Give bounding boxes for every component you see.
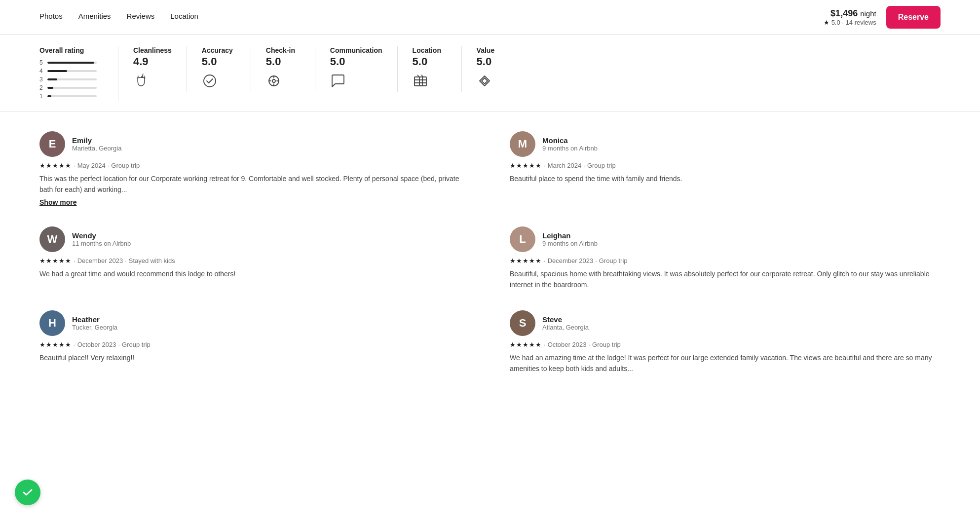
checkin-icon xyxy=(266,73,282,92)
reviewer-sub-leighan: 9 months on Airbnb xyxy=(542,240,598,247)
dot1-emily: · xyxy=(74,162,75,169)
cat-value-accuracy: 5.0 xyxy=(202,55,217,68)
reviewer-name-leighan: Leighan xyxy=(542,231,598,240)
bar-track-3 xyxy=(47,78,97,80)
bar-fill-1 xyxy=(47,95,51,97)
reviewer-header-leighan: L Leighan 9 months on Airbnb xyxy=(510,226,941,252)
review-date-leighan: December 2023 xyxy=(548,257,594,264)
show-more-emily[interactable]: Show more xyxy=(39,198,76,206)
price-unit: night xyxy=(860,9,876,18)
reviewer-name-emily: Emily xyxy=(72,136,121,145)
review-text-leighan: Beautiful, spacious home with breathtaki… xyxy=(510,268,941,291)
dot2-leighan: · xyxy=(595,257,597,264)
stars-leighan: ★★★★★ xyxy=(510,257,542,264)
reviewer-info-leighan: Leighan 9 months on Airbnb xyxy=(542,231,598,247)
nav-link-amenities[interactable]: Amenities xyxy=(78,12,111,22)
dot1-wendy: · xyxy=(74,257,75,264)
reviewer-sub-wendy: 11 months on Airbnb xyxy=(72,240,131,247)
dot2-heather: · xyxy=(118,341,120,348)
cat-value-communication: 5.0 xyxy=(330,55,345,68)
bar-fill-4 xyxy=(47,70,67,72)
avatar-leighan: L xyxy=(510,226,535,252)
trip-type-wendy: Stayed with kids xyxy=(129,257,175,264)
reviewer-name-heather: Heather xyxy=(72,315,117,324)
review-card-steve: S Steve Atlanta, Georgia ★★★★★ · October… xyxy=(510,310,941,374)
nav-link-location[interactable]: Location xyxy=(170,12,198,22)
bar-track-2 xyxy=(47,87,97,89)
cat-value-cleanliness: 4.9 xyxy=(133,55,149,68)
location-icon xyxy=(413,73,428,92)
cleanliness-icon xyxy=(133,73,149,92)
review-card-monica: M Monica 9 months on Airbnb ★★★★★ · Marc… xyxy=(510,131,941,207)
review-card-emily: E Emily Marietta, Georgia ★★★★★ · May 20… xyxy=(39,131,470,207)
trip-type-leighan: Group trip xyxy=(599,257,628,264)
dot1-steve: · xyxy=(544,341,546,348)
rating-bars: 5 4 3 2 1 xyxy=(39,59,103,100)
star-icon: ★ xyxy=(824,19,829,26)
dot2-emily: · xyxy=(108,162,110,169)
stars-wendy: ★★★★★ xyxy=(39,257,72,264)
reviewer-info-wendy: Wendy 11 months on Airbnb xyxy=(72,231,131,247)
review-text-emily: This was the perfect location for our Co… xyxy=(39,173,470,195)
avatar-steve: S xyxy=(510,310,535,336)
cat-label-accuracy: Accuracy xyxy=(202,46,233,54)
overall-rating: Overall rating 5 4 3 2 1 xyxy=(39,46,118,101)
review-meta-steve: ★★★★★ · October 2023 · Group trip xyxy=(510,341,941,348)
nav-links: Photos Amenities Reviews Location xyxy=(39,12,198,22)
cat-label-value: Value xyxy=(477,46,495,54)
dot1-heather: · xyxy=(74,341,75,348)
svg-point-1 xyxy=(204,75,216,87)
rating-location: Location 5.0 xyxy=(398,46,462,92)
stars-monica: ★★★★★ xyxy=(510,162,542,169)
bar-track-4 xyxy=(47,70,97,72)
cat-value-value: 5.0 xyxy=(477,55,492,68)
review-date-wendy: December 2023 xyxy=(77,257,123,264)
review-meta-heather: ★★★★★ · October 2023 · Group trip xyxy=(39,341,470,348)
nav-link-reviews[interactable]: Reviews xyxy=(127,12,155,22)
bar-row-1: 1 xyxy=(39,93,103,100)
nav-link-photos[interactable]: Photos xyxy=(39,12,63,22)
avatar-emily: E xyxy=(39,131,65,157)
bar-label-3: 3 xyxy=(39,76,43,83)
bar-label-5: 5 xyxy=(39,59,43,66)
nav-right: $1,496 night ★ 5.0 · 14 reviews Reserve xyxy=(824,6,941,29)
bar-label-1: 1 xyxy=(39,93,43,100)
reserve-button[interactable]: Reserve xyxy=(886,6,941,29)
dot2-monica: · xyxy=(583,162,585,169)
stars-heather: ★★★★★ xyxy=(39,341,72,348)
accuracy-icon xyxy=(202,73,218,92)
review-meta-emily: ★★★★★ · May 2024 · Group trip xyxy=(39,162,470,169)
price-display: $1,496 night xyxy=(824,8,876,19)
reviewer-header-monica: M Monica 9 months on Airbnb xyxy=(510,131,941,157)
cat-label-checkin: Check-in xyxy=(266,46,295,54)
avatar-monica: M xyxy=(510,131,535,157)
bar-row-5: 5 xyxy=(39,59,103,66)
stars-steve: ★★★★★ xyxy=(510,341,542,348)
bar-fill-3 xyxy=(47,78,57,80)
rating-accuracy: Accuracy 5.0 xyxy=(187,46,251,92)
svg-rect-8 xyxy=(415,77,426,86)
reviews-section: E Emily Marietta, Georgia ★★★★★ · May 20… xyxy=(0,111,980,394)
reviewer-name-monica: Monica xyxy=(542,136,598,145)
dot1-monica: · xyxy=(544,162,546,169)
trip-type-heather: Group trip xyxy=(122,341,151,348)
trip-type-steve: Group trip xyxy=(592,341,621,348)
reviewer-sub-monica: 9 months on Airbnb xyxy=(542,145,598,152)
review-card-leighan: L Leighan 9 months on Airbnb ★★★★★ · Dec… xyxy=(510,226,941,291)
cat-label-cleanliness: Cleanliness xyxy=(133,46,172,54)
cat-value-checkin: 5.0 xyxy=(266,55,281,68)
bar-label-4: 4 xyxy=(39,68,43,74)
stars-emily: ★★★★★ xyxy=(39,162,72,169)
reviewer-info-heather: Heather Tucker, Georgia xyxy=(72,315,117,331)
price-value: $1,496 xyxy=(830,8,858,18)
reviewer-header-heather: H Heather Tucker, Georgia xyxy=(39,310,470,336)
review-meta-leighan: ★★★★★ · December 2023 · Group trip xyxy=(510,257,941,264)
bar-fill-2 xyxy=(47,87,53,89)
svg-point-3 xyxy=(272,79,275,82)
dot1-leighan: · xyxy=(544,257,546,264)
cat-value-location: 5.0 xyxy=(413,55,428,68)
nav-reviews-count: 14 reviews xyxy=(846,19,876,26)
reviewer-info-emily: Emily Marietta, Georgia xyxy=(72,136,121,152)
reviewer-name-wendy: Wendy xyxy=(72,231,131,240)
cat-label-location: Location xyxy=(413,46,441,54)
